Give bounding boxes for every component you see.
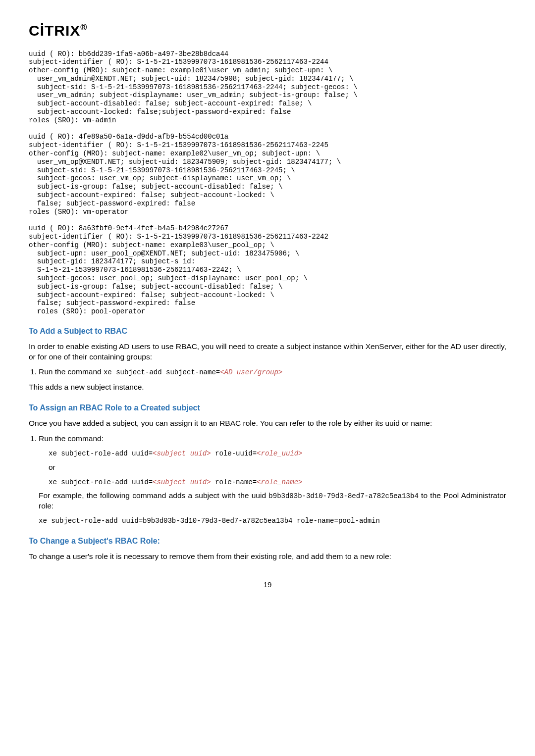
cmd-role-add-name: xe subject-role-add uuid=<subject uuid> … <box>49 478 303 486</box>
label-or: or <box>49 462 506 473</box>
cmd-subject-add: xe subject-add subject-name= <box>104 368 220 376</box>
para-example: For example, the following command adds … <box>39 491 506 511</box>
logo: CİTRIX® <box>29 21 506 41</box>
para-assign-intro: Once you have added a subject, you can a… <box>29 418 506 429</box>
heading-assign-role: To Assign an RBAC Role to a Created subj… <box>29 403 506 413</box>
para-adds-subject: This adds a new subject instance. <box>29 382 506 393</box>
step-add-command: Run the command xe subject-add subject-n… <box>39 367 506 377</box>
page-number: 19 <box>29 580 506 590</box>
var-ad-user-group: <AD user/group> <box>220 368 282 376</box>
para-change-intro: To change a user's role it is necessary … <box>29 552 506 562</box>
cmd-role-add-example: xe subject-role-add uuid=b9b3d03b-3d10-7… <box>39 517 380 525</box>
heading-change-role: To Change a Subject's RBAC Role: <box>29 536 506 547</box>
step-run-command: Run the command: xe subject-role-add uui… <box>39 434 506 526</box>
subject-list-output: uuid ( RO): bb6dd239-1fa9-a06b-a497-3be2… <box>29 50 506 316</box>
heading-add-subject: To Add a Subject to RBAC <box>29 326 506 337</box>
cmd-role-add-uuid: xe subject-role-add uuid=<subject uuid> … <box>49 450 303 457</box>
para-add-subject-intro: In order to enable existing AD users to … <box>29 342 506 362</box>
